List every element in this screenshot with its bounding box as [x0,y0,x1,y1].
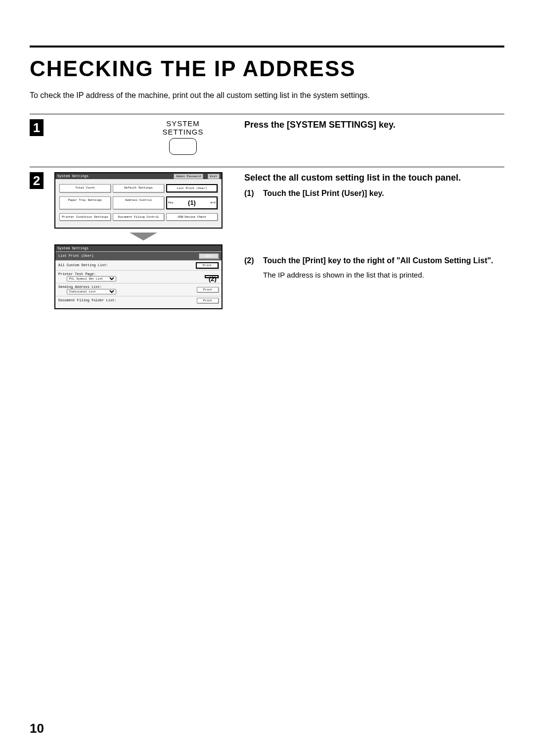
down-arrow-icon [130,233,157,240]
system-settings-key-icon [169,138,197,155]
btn-total-count: Total Count [59,184,111,192]
btn-doc-filing-control: Document Filing Control [113,213,164,221]
btn-address-control: Address Control [113,196,164,209]
touchpanel-settings-screenshot: System Settings Admin Password Exit Tota… [54,172,222,229]
btn-usb-device-check: USB-Device Check [166,213,218,221]
panel1-title: System Settings [57,174,89,178]
step-number-2: 2 [30,172,44,189]
print-button-send: Print [197,287,219,292]
intro-text: To check the IP address of the machine, … [30,91,504,100]
panel2-subtitle: List Print (User) [58,254,93,258]
step-1: 1 SYSTEM SETTINGS Press the [SYSTEM SETT… [30,114,504,155]
btn-paper-tray: Paper Tray Settings [59,196,111,209]
btn-default-settings: Default Settings [113,184,164,192]
exit-button: Exit [208,174,220,179]
sub1-text: Touch the [List Print (User)] key. [263,188,384,199]
top-rule [30,46,504,47]
system-label-line1: SYSTEM [166,119,200,128]
print-button-folder: Print [197,298,219,303]
print-button-all: Print [196,262,219,269]
row-all-custom: All Custom Setting List: [58,263,108,267]
step1-graphic: SYSTEM SETTINGS [54,119,232,155]
callout-1: (1) [188,199,196,207]
callout-2: (2) [209,275,217,283]
touchpanel-listprint-screenshot: System Settings List Print (User) Back A… [54,244,222,309]
btn-printer-condition: Printer Condition Settings [59,213,111,221]
back-button: Back [199,253,219,259]
row-doc-filing-folder: Document Filing Folder List: [58,298,117,302]
sub2-text: Touch the [Print] key to the right of "A… [263,256,493,265]
step-2: 2 System Settings Admin Password Exit To… [30,167,504,309]
sending-address-select: Individual List [67,289,116,294]
page-number: 10 [30,721,44,736]
admin-password-button: Admin Password [174,174,203,179]
panel2-title: System Settings [55,245,222,251]
step2-heading: Select the all custom setting list in th… [244,172,504,184]
row-printer-test: Printer Test Page: [58,272,96,276]
btn-keyboard-callout: Key (1) ard [166,196,218,209]
sub2-num: (2) [244,255,258,281]
sub1-num: (1) [244,188,258,199]
step-number-1: 1 [30,119,44,136]
page-title: CHECKING THE IP ADDRESS [30,56,504,81]
btn-list-print-user: List Print (User) [166,184,218,192]
manual-page: CHECKING THE IP ADDRESS To check the IP … [0,0,534,756]
print-button-test: (2) [205,275,219,278]
system-label-line2: SETTINGS [162,128,203,136]
test-page-select: PCL Symbol Set List [67,276,116,282]
step1-heading: Press the [SYSTEM SETTINGS] key. [244,119,504,131]
sub2-note: The IP address is shown in the list that… [263,270,493,281]
row-sending-address: Sending Address List: [58,285,102,289]
